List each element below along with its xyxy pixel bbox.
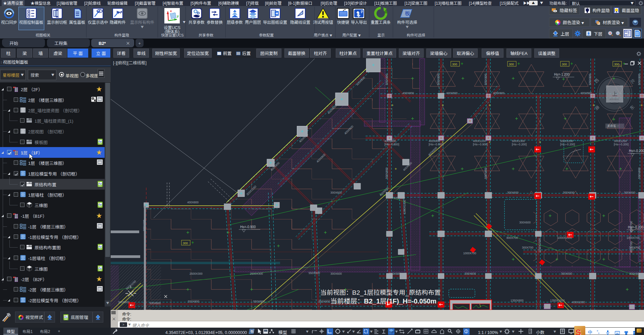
svg-text:550X800: 550X800 bbox=[319, 299, 330, 303]
svg-text:300X600: 300X600 bbox=[519, 220, 531, 224]
svg-text:400X800: 400X800 bbox=[402, 91, 414, 95]
svg-text:550X800: 550X800 bbox=[253, 299, 265, 303]
svg-text:300: 300 bbox=[562, 62, 567, 66]
svg-text:Hs=-0.900: Hs=-0.900 bbox=[240, 224, 256, 229]
svg-text:1200X1500: 1200X1500 bbox=[402, 200, 406, 214]
svg-text:[Hs=-0.200]: [Hs=-0.200] bbox=[560, 142, 575, 146]
svg-text:Hs=-1.200: Hs=-1.200 bbox=[554, 72, 570, 77]
svg-text:2500X300: 2500X300 bbox=[190, 271, 203, 275]
svg-text:300X600: 300X600 bbox=[389, 271, 400, 275]
svg-text:300X600: 300X600 bbox=[393, 196, 405, 200]
svg-text:1000X700: 1000X700 bbox=[463, 251, 476, 255]
svg-text:1350X800: 1350X800 bbox=[511, 298, 524, 302]
svg-text:500X800: 500X800 bbox=[588, 74, 592, 85]
svg-text:550X800: 550X800 bbox=[188, 299, 199, 303]
svg-text:[Hs=-0.800]: [Hs=-0.800] bbox=[384, 142, 399, 146]
svg-text:板: 板 bbox=[250, 328, 254, 334]
svg-text:800X700: 800X700 bbox=[506, 236, 518, 240]
svg-text:300X800: 300X800 bbox=[118, 300, 129, 304]
svg-text:300X700: 300X700 bbox=[522, 245, 533, 249]
svg-text:[Hs=-0.800]: [Hs=-0.800] bbox=[429, 142, 443, 146]
svg-text:300X700: 300X700 bbox=[629, 221, 633, 232]
svg-text:500X800: 500X800 bbox=[637, 74, 641, 85]
svg-text:400X800: 400X800 bbox=[580, 91, 592, 95]
svg-text:300: 300 bbox=[452, 62, 457, 66]
svg-text:300X600: 300X600 bbox=[629, 271, 641, 275]
svg-text:500X800: 500X800 bbox=[637, 168, 641, 179]
svg-text:500X800: 500X800 bbox=[384, 168, 388, 179]
svg-text:[Hs=-0.900]: [Hs=-0.900] bbox=[473, 142, 488, 146]
svg-text:300X600: 300X600 bbox=[142, 220, 146, 231]
svg-text:x: x bbox=[170, 8, 172, 13]
svg-text:300X600: 300X600 bbox=[507, 190, 519, 194]
svg-text:400X700: 400X700 bbox=[629, 242, 633, 253]
svg-text:当前视图：B2_1层拉模型专用_原结构布置: 当前视图：B2_1层拉模型专用_原结构布置 bbox=[320, 287, 441, 296]
svg-text:300X600: 300X600 bbox=[149, 301, 161, 305]
svg-text:[Hs=-0.200]: [Hs=-0.200] bbox=[512, 142, 527, 146]
svg-text:1350X1500: 1350X1500 bbox=[550, 298, 565, 302]
svg-text:1000X700: 1000X700 bbox=[627, 236, 640, 240]
svg-text:500X800: 500X800 bbox=[483, 168, 487, 179]
svg-text:400X1000: 400X1000 bbox=[572, 300, 585, 304]
svg-text:当前楼层：B2_1层(1F)_H=-0.050m: 当前楼层：B2_1层(1F)_H=-0.050m bbox=[330, 296, 436, 306]
svg-text:300X600: 300X600 bbox=[561, 271, 572, 275]
svg-text:300X600: 300X600 bbox=[624, 190, 635, 194]
svg-text:500X800: 500X800 bbox=[483, 74, 487, 85]
svg-text:550X800: 550X800 bbox=[309, 271, 320, 275]
svg-text:1150X1500: 1150X1500 bbox=[537, 238, 541, 253]
svg-text:300X600: 300X600 bbox=[330, 190, 342, 194]
svg-text:400X800: 400X800 bbox=[609, 97, 619, 101]
svg-text:300: 300 bbox=[614, 62, 619, 66]
svg-text:上: 上 bbox=[612, 89, 618, 97]
svg-text:300X600: 300X600 bbox=[563, 190, 574, 194]
svg-text:500X800: 500X800 bbox=[436, 74, 440, 85]
svg-text:Hs=-0.200: Hs=-0.200 bbox=[629, 148, 644, 153]
svg-text:[-][俯视][二维线框]: [-][俯视][二维线框] bbox=[113, 59, 147, 66]
svg-text:[Hs=-0.200]: [Hs=-0.200] bbox=[614, 142, 629, 146]
svg-text:500X800: 500X800 bbox=[384, 74, 388, 85]
svg-text:400X800: 400X800 bbox=[493, 91, 504, 95]
svg-text:400X800: 400X800 bbox=[187, 200, 199, 204]
svg-text:300: 300 bbox=[183, 241, 188, 245]
svg-text:300X600: 300X600 bbox=[330, 271, 342, 275]
svg-text:板: 板 bbox=[405, 9, 410, 17]
svg-text:300: 300 bbox=[509, 62, 514, 66]
svg-text:300X600: 300X600 bbox=[465, 271, 476, 275]
svg-text:2500X300: 2500X300 bbox=[250, 271, 263, 275]
svg-text:400X800: 400X800 bbox=[446, 91, 458, 95]
svg-text:1000X1500: 1000X1500 bbox=[557, 236, 572, 240]
